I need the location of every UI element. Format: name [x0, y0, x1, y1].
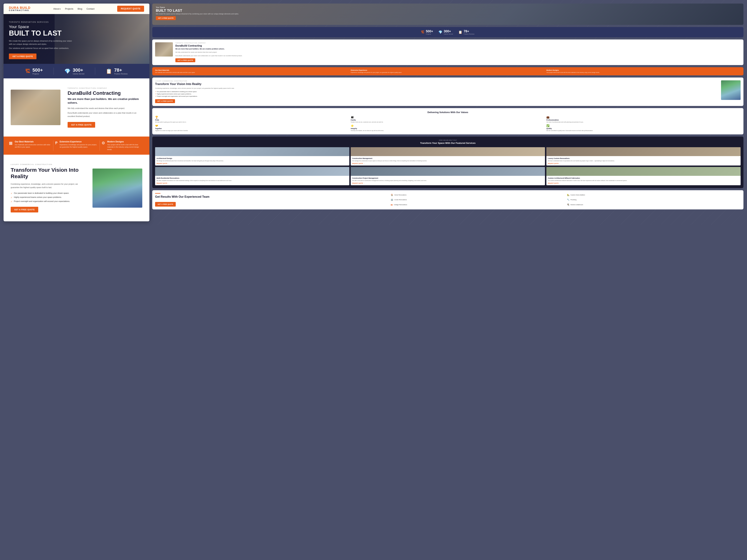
service-multi-desc: We offer complete renovations for multi-…	[156, 180, 348, 182]
service-mill-link[interactable]: REQUEST QUOTE	[548, 183, 739, 184]
right-feat-2: Extensive Experience Experience, knowled…	[351, 69, 545, 74]
right-feat-2-title: Extensive Experience	[351, 69, 545, 71]
about-text: TORONTO CONSTRUCTION COMPANY DuraBuild C…	[68, 87, 142, 128]
right-feat-3-title: Modern Designs	[546, 69, 741, 71]
right-hero-cta[interactable]: GET A FREE QUOTE	[156, 16, 176, 20]
hero-title-line2: BUILT TO LAST	[9, 29, 73, 36]
quality-name: Quality	[546, 128, 741, 129]
right-services-card: HOW CAN WE HELP YOU? Transform Your Spac…	[152, 136, 743, 188]
right-feat-3-desc: Your project will be built to last with …	[546, 72, 741, 74]
right-about-subtitle: We are more than just builders. We are c…	[175, 48, 242, 50]
pride-icon: 🏆	[155, 116, 349, 118]
hero-content: TORONTO RENOVATION SERVICES Your Space B…	[4, 14, 78, 64]
right-about-card: TORONTO CONSTRUCTION COMPANY DuraBuild C…	[152, 39, 743, 65]
right-projects-label: Projects	[426, 33, 433, 35]
hero-cta-button[interactable]: GET A FREE QUOTE	[9, 54, 36, 59]
together-desc: Together as a team we align your vision …	[155, 130, 349, 132]
family-name: Family	[351, 119, 545, 121]
service-mill: Custom Architectural Millwork Fabricatio…	[546, 167, 741, 185]
service-const-link[interactable]: REQUEST QUOTE	[352, 163, 543, 164]
right-reviews-num: 78+	[464, 29, 474, 33]
clients-label: Clients Served	[73, 73, 84, 75]
service-multi-body: Multi-Residential Renovations We offer c…	[155, 176, 349, 185]
right-about-title: DuraBuild Contracting	[175, 44, 242, 47]
service-multi-link[interactable]: REQUEST QUOTE	[156, 183, 348, 184]
service-proj-desc: We offer a full suite of construction ma…	[352, 180, 543, 182]
about-image	[11, 89, 60, 125]
right-values-card: Delivering Solutions With Our Values 🏆 P…	[152, 108, 743, 135]
home-reno-icon: 🏠	[391, 194, 393, 196]
service-mill-body: Custom Architectural Millwork Fabricatio…	[546, 176, 741, 185]
service-lux-image	[546, 147, 741, 156]
value-quality: ✅ Quality We are committed to quality wo…	[546, 124, 741, 132]
vision-check-2: ✓ Highly experienced teams solves your s…	[11, 196, 85, 199]
service-mill-name: Custom Architectural Millwork Fabricatio…	[548, 177, 739, 179]
feature-divider-1	[53, 140, 53, 151]
result-kitchen: 🍳 Kitchen & Bathroom	[567, 203, 741, 206]
vision-cta-button[interactable]: GET A FREE QUOTE	[11, 207, 38, 212]
about-cta-button[interactable]: GET A FREE QUOTE	[68, 122, 95, 128]
nav-about[interactable]: About	[53, 7, 61, 10]
request-quote-button[interactable]: REQUEST QUOTE	[117, 6, 144, 12]
nav-contact[interactable]: Contact	[86, 7, 95, 10]
feature-materials: ▦ Our Best Materials Our materials and c…	[9, 140, 51, 151]
about-eyebrow: TORONTO CONSTRUCTION COMPANY	[68, 87, 142, 89]
service-proj-link[interactable]: REQUEST QUOTE	[352, 183, 543, 184]
hero-title-line1: Your Space	[9, 25, 73, 29]
right-features-bar: Our Best Materials Our materials and con…	[152, 67, 743, 76]
reviews-number: 78+	[114, 68, 128, 73]
right-feat-3: Modern Designs Your project will be buil…	[546, 69, 741, 74]
integrity-desc: Honesty and reliable, we do what we say …	[351, 130, 545, 132]
results-services-grid: 🏠 Home Renovations 🏡 Custom Home Additio…	[391, 193, 741, 207]
right-projects-icon: 🏗	[421, 30, 424, 34]
services-grid: Architectural Design We design an archit…	[155, 147, 741, 185]
result-plumbing: 🔧 Plumbing	[567, 198, 741, 202]
nav-blog[interactable]: Blog	[78, 7, 82, 10]
right-about-cta[interactable]: GET A FREE QUOTE	[175, 58, 195, 62]
vision-desc: Combining experience, knowledge, and a s…	[11, 182, 85, 189]
service-multi-image	[155, 167, 349, 176]
right-vision-cta[interactable]: GET A FREE QUOTE	[155, 99, 175, 103]
custom-home-label: Custom Home Addition	[571, 194, 585, 196]
service-proj-image	[351, 167, 545, 176]
integrity-name: Integrity	[351, 128, 545, 129]
right-vision-title: Transform Your Vision Into Reality	[155, 82, 719, 86]
about-desc2: Dura-Build understands your vision and c…	[68, 111, 142, 118]
right-about-text: TORONTO CONSTRUCTION COMPANY DuraBuild C…	[175, 42, 242, 62]
feature-experience-desc: Experience, knowledge and passion for yo…	[59, 144, 98, 149]
feature-design-title: Modern Designs	[107, 140, 144, 143]
right-feat-2-desc: Experience, knowledge and passion for yo…	[351, 72, 545, 74]
vision-section: LUXURY COMMERCIAL CONSTRUCTION Transform…	[4, 155, 149, 221]
right-hero-card: Your Space BUILT TO LAST We create the s…	[152, 4, 743, 25]
right-stat-reviews: 📋 78+ Positive Reviews	[458, 29, 474, 35]
right-clients-icon: 💎	[438, 30, 442, 34]
clients-number: 300+	[73, 68, 84, 73]
quality-desc: We are committed to quality work. Dura-b…	[546, 130, 741, 132]
service-arch: Architectural Design We design an archit…	[155, 147, 349, 165]
service-arch-link[interactable]: REQUEST QUOTE	[156, 163, 348, 164]
service-arch-desc: We design an architectural plan that is …	[156, 160, 348, 162]
service-proj-name: Construction Project Management	[352, 177, 543, 179]
vision-text: LUXURY COMMERCIAL CONSTRUCTION Transform…	[11, 164, 85, 212]
nav-projects[interactable]: Projects	[65, 7, 73, 10]
navbar: DURA BUILD CONTRACTING About Projects Bl…	[4, 4, 149, 14]
hero-section: TORONTO RENOVATION SERVICES Your Space B…	[4, 14, 149, 64]
service-const-desc: We manage the construction of your space…	[352, 160, 543, 162]
service-const-image	[351, 147, 545, 156]
feature-experience-title: Extensive Experience	[59, 140, 98, 143]
service-arch-body: Architectural Design We design an archit…	[155, 156, 349, 165]
right-feat-1: Our Best Materials Our materials and con…	[155, 69, 349, 74]
stat-reviews: 📋 78+ Positive Reviews	[106, 68, 128, 75]
check-icon-1: ✓	[11, 192, 12, 195]
right-vision-desc: Combining experience, knowledge, and a s…	[155, 87, 719, 89]
family-desc: Family is who we are, customers are, and…	[351, 121, 545, 123]
results-cta-button[interactable]: GET A FREE QUOTE	[155, 202, 176, 207]
services-title: Transform Your Space With Our Featured S…	[155, 142, 741, 145]
right-reviews-icon: 📋	[458, 30, 462, 34]
vision-check-3: ✓ Project oversight and organization wil…	[11, 200, 85, 203]
reviews-icon: 📋	[106, 68, 112, 74]
clients-icon: 💎	[65, 68, 71, 74]
service-lux-link[interactable]: REQUEST QUOTE	[548, 163, 739, 164]
right-feat-1-desc: Our materials and construction services …	[155, 72, 349, 74]
stat-clients: 💎 300+ Clients Served	[65, 68, 84, 75]
